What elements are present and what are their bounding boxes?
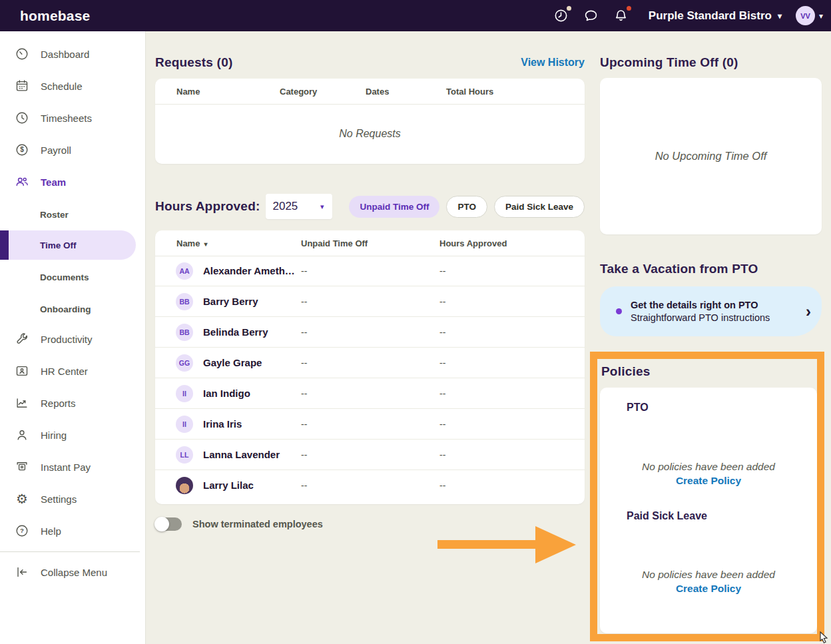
sidebar-item-schedule[interactable]: Schedule: [0, 71, 145, 101]
chevron-right-icon: ›: [806, 304, 811, 320]
sidebar-item-hiring[interactable]: Hiring: [0, 420, 145, 450]
table-row[interactable]: LL Larry Lilac -- --: [155, 470, 585, 500]
table-row[interactable]: BB Barry Berry -- --: [155, 286, 585, 317]
approved-value: --: [439, 409, 445, 439]
filter-pto[interactable]: PTO: [446, 196, 487, 218]
filter-paid-sick-leave[interactable]: Paid Sick Leave: [494, 196, 585, 218]
user-menu[interactable]: VV ▾: [796, 6, 823, 25]
col-hours-approved: Hours Approved: [439, 230, 507, 256]
sidebar-item-label: Roster: [40, 210, 69, 220]
sidebar-item-roster[interactable]: Roster: [0, 202, 145, 226]
avatar: II: [176, 416, 193, 433]
col-dates: Dates: [366, 79, 389, 104]
main-content: Requests (0) View History Name Category …: [145, 31, 831, 644]
user-avatar: VV: [796, 6, 815, 25]
sidebar-item-documents[interactable]: Documents: [0, 265, 145, 289]
table-row[interactable]: GG Gayle Grape -- --: [155, 348, 585, 378]
hours-table-card: Name▾ Unpaid Time Off Hours Approved AA …: [155, 230, 585, 504]
year-value: 2025: [272, 200, 298, 213]
homebase-app: homebase Purple Standa: [0, 0, 831, 644]
unpaid-value: --: [301, 409, 307, 439]
employee-name: Alexander Ameth…: [203, 256, 295, 286]
avatar: II: [176, 385, 193, 402]
requests-title: Requests (0): [155, 55, 232, 70]
sidebar-item-team[interactable]: Team: [0, 167, 145, 196]
sidebar-item-time-off[interactable]: Time Off: [0, 230, 136, 260]
promo-subtitle: Straightforward PTO instructions: [631, 312, 806, 323]
approved-value: --: [439, 470, 445, 500]
sidebar-item-label: Collapse Menu: [41, 567, 107, 578]
create-policy-link-pto[interactable]: Create Policy: [676, 475, 741, 486]
sidebar-item-label: Productivity: [41, 334, 93, 345]
col-total-hours: Total Hours: [446, 79, 493, 104]
employee-name: Larry Lilac: [203, 470, 254, 500]
bullet-dot-icon: [616, 308, 622, 314]
employee-name: Gayle Grape: [203, 348, 262, 378]
avatar: BB: [176, 293, 193, 310]
policies-card: PTO No policies have been added Create P…: [600, 388, 817, 633]
chart-icon: [15, 396, 29, 410]
show-terminated-toggle[interactable]: [155, 517, 182, 531]
sidebar-item-dashboard[interactable]: Dashboard: [0, 39, 145, 69]
filter-unpaid-time-off[interactable]: Unpaid Time Off: [349, 196, 439, 218]
sidebar-item-timesheets[interactable]: Timesheets: [0, 103, 145, 133]
sidebar-item-label: Onboarding: [40, 304, 91, 314]
mouse-cursor: [819, 631, 830, 643]
view-history-link[interactable]: View History: [521, 57, 585, 69]
sidebar-item-label: Settings: [41, 493, 77, 505]
messages-icon[interactable]: [583, 8, 599, 24]
timeclock-badge: [567, 6, 571, 11]
sidebar-item-label: Instant Pay: [41, 462, 91, 473]
wrench-icon: [15, 332, 29, 346]
col-name-sortable[interactable]: Name▾: [176, 230, 207, 256]
sidebar-item-payroll[interactable]: $ Payroll: [0, 135, 145, 164]
top-bar: homebase Purple Standa: [0, 0, 831, 31]
help-icon: ?: [15, 523, 29, 538]
requests-empty-state: No Requests: [155, 104, 585, 164]
table-row[interactable]: LL Lanna Lavender -- --: [155, 440, 585, 470]
employee-name: Belinda Berry: [203, 317, 268, 347]
sidebar-item-hr-center[interactable]: HR Center: [0, 356, 145, 386]
unpaid-value: --: [301, 440, 307, 470]
table-row[interactable]: AA Alexander Ameth… -- --: [155, 256, 585, 286]
sidebar-item-label: Reports: [41, 398, 76, 409]
pto-promo-card[interactable]: Get the details right on PTO Straightfor…: [600, 286, 822, 336]
table-row[interactable]: II Irina Iris -- --: [155, 409, 585, 440]
table-row[interactable]: II Ian Indigo -- --: [155, 378, 585, 409]
year-select[interactable]: 2025 ▾: [266, 194, 332, 219]
sidebar-item-help[interactable]: ? Help: [0, 516, 145, 545]
sidebar-item-settings[interactable]: ⚙ Settings: [0, 484, 145, 513]
upcoming-title: Upcoming Time Off (0): [600, 55, 738, 69]
create-policy-link-sick-leave[interactable]: Create Policy: [676, 583, 741, 594]
hours-table-header: Name▾ Unpaid Time Off Hours Approved: [155, 230, 585, 256]
notifications-badge: [627, 6, 631, 11]
requests-table-header: Name Category Dates Total Hours: [155, 79, 585, 105]
pto-empty-state: No policies have been added: [600, 461, 817, 473]
timeclock-icon[interactable]: [553, 8, 569, 24]
notifications-bell-icon[interactable]: [613, 8, 629, 24]
promo-title: Get the details right on PTO: [631, 300, 806, 310]
sidebar-item-onboarding[interactable]: Onboarding: [0, 297, 145, 321]
table-row[interactable]: BB Belinda Berry -- --: [155, 317, 585, 348]
sidebar-item-instant-pay[interactable]: Instant Pay: [0, 452, 145, 482]
sidebar-item-reports[interactable]: Reports: [0, 388, 145, 418]
chevron-down-icon: ▾: [819, 12, 823, 20]
policies-annotation-box: Policies PTO No policies have been added…: [590, 352, 824, 641]
collapse-menu-button[interactable]: Collapse Menu: [0, 557, 145, 587]
svg-text:$: $: [20, 146, 24, 153]
policy-sick-leave-title: Paid Sick Leave: [627, 510, 707, 522]
company-switcher[interactable]: Purple Standard Bistro ▾: [649, 9, 782, 23]
upcoming-empty-state: No Upcoming Time Off: [655, 150, 767, 162]
hours-table-body: AA Alexander Ameth… -- -- BB Barry Berry…: [155, 256, 585, 500]
sidebar-item-label: Team: [41, 176, 66, 188]
annotation-arrow-head: [535, 526, 576, 563]
employee-name: Irina Iris: [203, 409, 242, 439]
hours-approved-title: Hours Approved:: [155, 199, 260, 214]
upcoming-card: No Upcoming Time Off: [600, 78, 822, 234]
chevron-down-icon: ▾: [320, 203, 324, 210]
sidebar-item-label: Documents: [40, 272, 89, 282]
sidebar-item-productivity[interactable]: Productivity: [0, 324, 145, 354]
unpaid-value: --: [301, 317, 307, 347]
sidebar-item-label: Payroll: [41, 145, 71, 156]
calendar-icon: [15, 79, 29, 93]
